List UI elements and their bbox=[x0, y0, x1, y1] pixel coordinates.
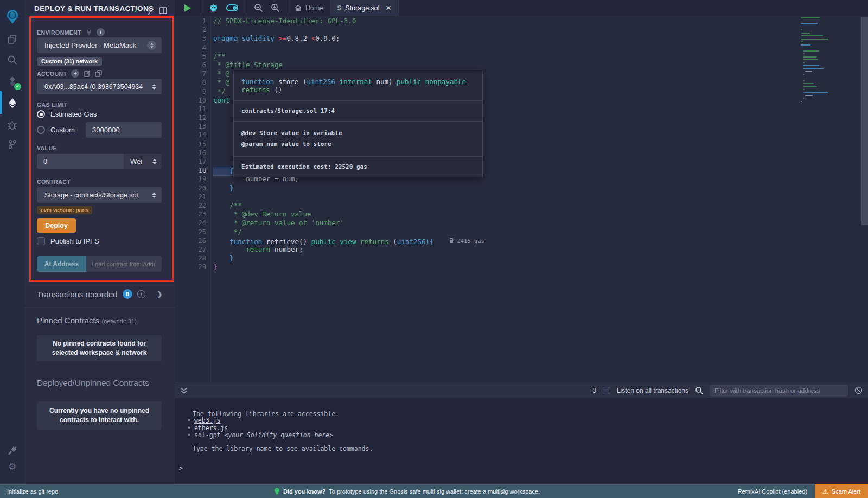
tooltip-doc: @dev Store value in variable @param num … bbox=[234, 122, 482, 157]
tab-home-label: Home bbox=[305, 4, 323, 12]
debugger-icon[interactable] bbox=[0, 114, 24, 136]
chevron-updown-icon bbox=[147, 41, 156, 50]
copilot-status: RemixAI Copilot (enabled) bbox=[738, 488, 815, 495]
search-icon[interactable] bbox=[0, 49, 24, 71]
chevron-updown-icon bbox=[152, 84, 156, 90]
copy-address-icon[interactable] bbox=[95, 70, 102, 77]
deploy-button[interactable]: Deploy bbox=[37, 218, 76, 233]
contract-value: Storage - contracts/Storage.sol bbox=[44, 191, 138, 199]
editor-area: Home S Storage.sol ✕ 1234567891011121314… bbox=[175, 0, 868, 484]
remix-logo[interactable] bbox=[0, 3, 24, 29]
clear-console-icon[interactable] bbox=[854, 386, 863, 394]
estimated-gas-radio[interactable] bbox=[37, 110, 45, 118]
environment-label: ENVIRONMENT bbox=[37, 29, 81, 36]
account-value: 0xA03...85ac4 (0.398673504934 bbox=[44, 83, 143, 91]
network-badge: Custom (31) network bbox=[37, 57, 102, 66]
compiler-success-badge: ✓ bbox=[14, 83, 21, 90]
status-bar: Initialize as git repo Did you know? To … bbox=[0, 484, 868, 498]
tab-home[interactable]: Home bbox=[288, 0, 330, 16]
gas-limit-label: GAS LIMIT bbox=[37, 101, 68, 108]
terminal[interactable]: The following libraries are accessible: … bbox=[175, 398, 868, 484]
list-item: sol-gpt <your Solidity question here> bbox=[187, 432, 333, 439]
pinned-contracts-title: Pinned Contracts bbox=[37, 316, 99, 325]
unpinned-empty-state: Currently you have no unpinnedcontracts … bbox=[37, 401, 162, 430]
settings-icon[interactable]: ⚙ bbox=[0, 456, 24, 477]
ai-toggle-icon[interactable] bbox=[226, 4, 238, 11]
solidity-file-icon: S bbox=[337, 4, 341, 12]
at-address-input[interactable] bbox=[86, 256, 162, 272]
collapse-terminal-icon[interactable] bbox=[180, 387, 188, 394]
solidity-compiler-icon[interactable]: ✓ bbox=[0, 71, 24, 92]
evm-version-badge: evm version: paris bbox=[37, 206, 92, 214]
sign-message-icon[interactable] bbox=[84, 70, 91, 77]
value-input[interactable] bbox=[37, 154, 124, 169]
publish-ipfs-checkbox[interactable] bbox=[37, 237, 45, 245]
terminal-toolbar: 0 Listen on all transactions bbox=[175, 382, 868, 398]
value-unit: Wei bbox=[130, 157, 142, 165]
custom-gas-input[interactable] bbox=[86, 122, 162, 138]
zoom-out-icon[interactable] bbox=[254, 3, 263, 12]
terminal-hint: Type the library name to see available c… bbox=[193, 445, 373, 452]
plug-icon[interactable] bbox=[86, 29, 92, 36]
web3-link[interactable]: web3.js bbox=[194, 417, 220, 424]
transactions-recorded-label: Transactions recorded bbox=[37, 290, 118, 299]
at-address-button[interactable]: At Address bbox=[37, 256, 86, 272]
transactions-info-icon[interactable]: i bbox=[137, 290, 145, 298]
icon-rail: ✓ ⚙ bbox=[0, 0, 24, 484]
panel-check-icon: ✓ bbox=[133, 7, 139, 15]
custom-gas-radio[interactable] bbox=[37, 126, 45, 134]
terminal-filter-input[interactable] bbox=[710, 385, 848, 397]
minimap[interactable] bbox=[801, 17, 835, 104]
listen-all-label: Listen on all transactions bbox=[617, 387, 688, 394]
terminal-library-list: web3.js ethers.js sol-gpt <your Solidity… bbox=[187, 417, 333, 439]
pinned-empty-state: No pinned contracts found forselected wo… bbox=[37, 335, 162, 361]
tab-storage-sol[interactable]: S Storage.sol ✕ bbox=[330, 0, 398, 16]
scam-alert-button[interactable]: ⚠ Scam Alert bbox=[815, 484, 868, 498]
close-tab-icon[interactable]: ✕ bbox=[386, 4, 392, 12]
git-init-status[interactable]: Initialize as git repo bbox=[0, 488, 58, 495]
chevron-updown-icon bbox=[152, 159, 157, 164]
editor-scrollbar[interactable] bbox=[861, 17, 868, 225]
custom-gas-label: Custom bbox=[50, 126, 75, 134]
zoom-in-icon[interactable] bbox=[271, 3, 280, 12]
file-explorer-icon[interactable] bbox=[0, 28, 24, 50]
pending-tx-count: 0 bbox=[592, 387, 596, 394]
panel-chevron-icon[interactable]: ❯ bbox=[146, 7, 152, 15]
did-you-know-text: To prototype using the Gnosis safe multi… bbox=[329, 488, 540, 495]
run-script-icon[interactable] bbox=[184, 4, 191, 12]
listen-all-checkbox[interactable] bbox=[603, 387, 610, 394]
terminal-search-icon[interactable] bbox=[695, 386, 703, 394]
account-label: ACCOUNT bbox=[37, 71, 67, 77]
tab-storage-label: Storage.sol bbox=[345, 4, 379, 12]
list-item: web3.js bbox=[187, 417, 333, 425]
transactions-count-badge: 0 bbox=[123, 289, 132, 299]
editor-tabbar: Home S Storage.sol ✕ bbox=[175, 0, 868, 16]
unpinned-contracts-title: Deployed/Unpinned Contracts bbox=[37, 378, 149, 388]
terminal-prompt[interactable]: > bbox=[179, 464, 183, 472]
list-item: ethers.js bbox=[187, 425, 333, 432]
git-icon[interactable] bbox=[0, 133, 24, 155]
remix-ai-icon[interactable] bbox=[209, 4, 219, 12]
publish-ipfs-label: Publish to IPFS bbox=[50, 237, 99, 245]
transactions-expand-icon[interactable]: ❯ bbox=[157, 290, 163, 298]
deploy-run-icon[interactable] bbox=[0, 92, 24, 114]
value-label: VALUE bbox=[37, 145, 57, 151]
ethers-link[interactable]: ethers.js bbox=[194, 424, 228, 432]
environment-value: Injected Provider - MetaMask bbox=[44, 41, 136, 49]
tooltip-signature: function store (uint256 internal num) pu… bbox=[234, 71, 482, 101]
pin-panel-icon[interactable] bbox=[159, 7, 167, 14]
estimated-gas-label: Estimated Gas bbox=[50, 110, 97, 118]
home-icon bbox=[295, 4, 302, 11]
line-numbers: 1234567891011121314151617181920212223242… bbox=[175, 17, 206, 271]
contract-select[interactable]: Storage - contracts/Storage.sol bbox=[37, 187, 162, 203]
did-you-know-label: Did you know? bbox=[283, 488, 326, 495]
contract-label: CONTRACT bbox=[37, 178, 71, 185]
pinned-contracts-subtitle: (network: 31) bbox=[102, 318, 137, 324]
environment-select[interactable]: Injected Provider - MetaMask bbox=[37, 37, 162, 53]
value-unit-select[interactable]: Wei bbox=[124, 154, 162, 169]
account-select[interactable]: 0xA03...85ac4 (0.398673504934 bbox=[37, 79, 162, 94]
create-account-icon[interactable]: + bbox=[71, 69, 79, 78]
deploy-run-panel: DEPLOY & RUN TRANSACTIONS ✓ ❯ ENVIRONMEN… bbox=[24, 0, 175, 484]
environment-info-icon[interactable]: i bbox=[97, 28, 105, 36]
warning-icon: ⚠ bbox=[822, 488, 828, 495]
